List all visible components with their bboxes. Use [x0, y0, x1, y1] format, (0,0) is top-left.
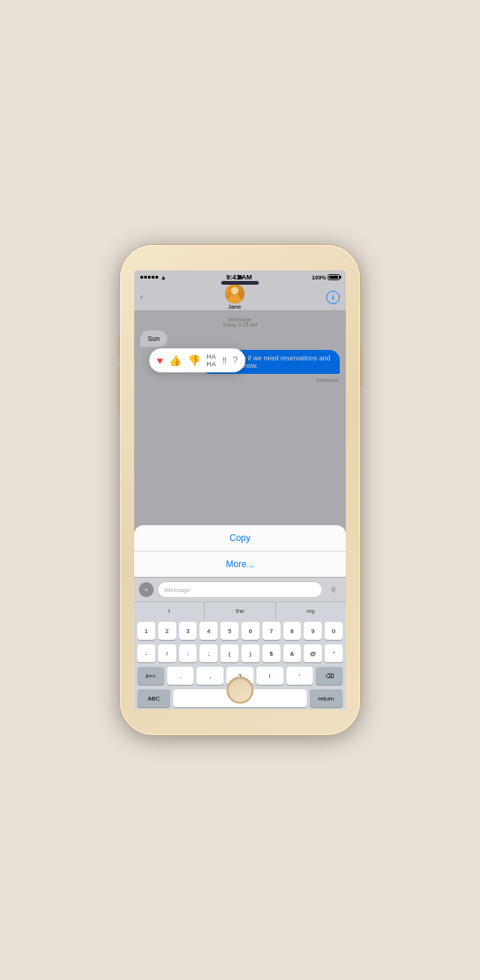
tapback-haha[interactable]: HAHA — [206, 353, 216, 368]
key-5[interactable]: 5 — [220, 622, 238, 640]
key-hash[interactable]: #+= — [137, 667, 164, 685]
key-semicolon[interactable]: ; — [200, 644, 218, 662]
key-quote[interactable]: " — [325, 644, 343, 662]
pred-item-1[interactable]: I — [134, 602, 205, 620]
messages-area: iMessage Today 9:39 AM ♥ 👍 👎 HAHA ‼ ? Su… — [134, 311, 346, 577]
key-0[interactable]: 0 — [325, 622, 343, 640]
contact-name: Jane — [228, 303, 241, 310]
copy-button[interactable]: Copy — [134, 525, 346, 551]
key-8[interactable]: 8 — [284, 622, 302, 640]
tapback-bar: ♥ 👍 👎 HAHA ‼ ? — [149, 348, 245, 372]
key-2[interactable]: 2 — [158, 622, 176, 640]
key-abc[interactable]: ABC — [137, 689, 170, 707]
key-period[interactable]: . — [167, 667, 194, 685]
message-input[interactable]: iMessage — [158, 581, 322, 598]
pred-item-2[interactable]: the — [205, 602, 275, 620]
key-3[interactable]: 3 — [179, 622, 197, 640]
info-button[interactable]: i — [326, 291, 340, 304]
key-4[interactable]: 4 — [200, 622, 218, 640]
key-dash[interactable]: - — [137, 644, 155, 662]
key-return[interactable]: return — [310, 689, 343, 707]
tapback-thumbsdown[interactable]: 👎 — [188, 354, 200, 366]
chevron-left-icon: ‹ — [140, 293, 142, 301]
tapback-heart[interactable]: ♥ — [157, 354, 163, 366]
key-9[interactable]: 9 — [304, 622, 322, 640]
tapback-emphasis[interactable]: ‼ — [222, 357, 226, 365]
predictive-bar: I the my — [134, 602, 346, 620]
input-placeholder: iMessage — [164, 587, 190, 593]
ios-screen: ▲ 9:41 AM 100% ‹ — [134, 270, 346, 710]
key-oparen[interactable]: ( — [220, 644, 238, 662]
key-dollar[interactable]: $ — [262, 644, 280, 662]
nav-center[interactable]: Jane — [225, 284, 244, 310]
top-bezel — [134, 270, 346, 285]
speaker — [221, 281, 259, 285]
key-apostrophe[interactable]: ' — [286, 667, 314, 685]
phone-screen: ▲ 9:41 AM 100% ‹ — [134, 270, 346, 710]
key-row-symbols: - / : ; ( ) $ & @ " — [134, 642, 346, 665]
key-slash[interactable]: / — [158, 644, 176, 662]
mic-icon: 🎙 — [330, 586, 338, 594]
key-at[interactable]: @ — [304, 644, 322, 662]
key-comma[interactable]: , — [196, 667, 224, 685]
key-6[interactable]: 6 — [242, 622, 260, 640]
context-menu: Copy More... — [134, 525, 346, 577]
more-button[interactable]: More... — [134, 551, 346, 577]
phone-frame: ▲ 9:41 AM 100% ‹ — [120, 245, 360, 735]
key-colon[interactable]: : — [179, 644, 197, 662]
key-amp[interactable]: & — [284, 644, 302, 662]
key-7[interactable]: 7 — [262, 622, 280, 640]
key-row-numbers: 1 2 3 4 5 6 7 8 9 0 — [134, 620, 346, 642]
key-exclaim[interactable]: ! — [256, 667, 284, 685]
input-area: > iMessage 🎙 — [134, 577, 346, 602]
avatar — [225, 284, 244, 303]
key-cparen[interactable]: ) — [242, 644, 260, 662]
key-delete[interactable]: ⌫ — [316, 667, 343, 685]
pred-item-3[interactable]: my — [276, 602, 346, 620]
tapback-thumbsup[interactable]: 👍 — [169, 354, 182, 366]
home-button[interactable] — [226, 677, 254, 704]
camera — [238, 275, 242, 279]
mic-button[interactable]: 🎙 — [326, 582, 341, 597]
expand-button[interactable]: > — [139, 582, 154, 597]
key-1[interactable]: 1 — [137, 622, 155, 640]
nav-bar: ‹ Jane i — [134, 284, 346, 311]
tapback-question[interactable]: ? — [232, 355, 238, 366]
back-button[interactable]: ‹ — [140, 293, 142, 301]
